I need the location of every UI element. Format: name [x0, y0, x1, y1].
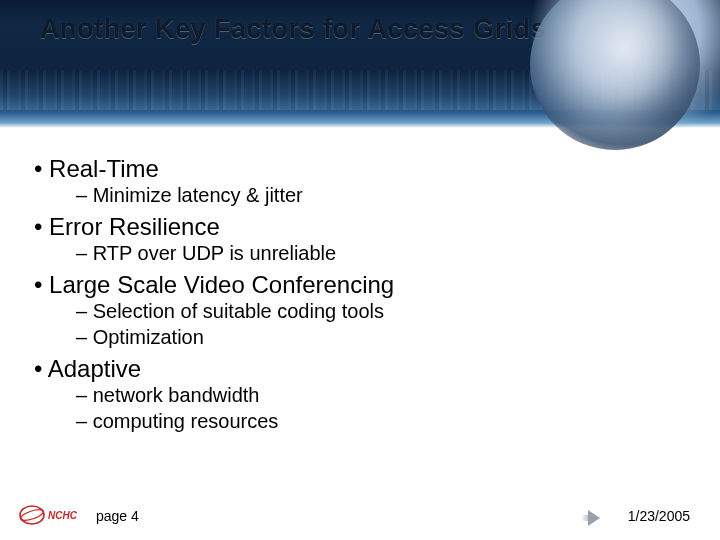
- subbullet-adaptive-1: computing resources: [76, 410, 686, 434]
- subbullet-realtime-0: Minimize latency & jitter: [76, 184, 686, 208]
- bullet-large-scale: Large Scale Video Conferencing: [34, 272, 686, 298]
- bullet-realtime: Real-Time: [34, 156, 686, 182]
- bullet-error-resilience: Error Resilience: [34, 214, 686, 240]
- slide: Another Key Factors for Access Grids Rea…: [0, 0, 720, 540]
- subbullet-adaptive-0: network bandwidth: [76, 384, 686, 408]
- subbullet-large-scale-0: Selection of suitable coding tools: [76, 300, 686, 324]
- header-banner: Another Key Factors for Access Grids: [0, 0, 720, 128]
- footer-date: 1/23/2005: [628, 508, 690, 524]
- arrow-right-icon: [588, 510, 600, 526]
- slide-title: Another Key Factors for Access Grids: [40, 14, 690, 45]
- content-area: Real-Time Minimize latency & jitter Erro…: [34, 150, 686, 484]
- subbullet-error-resilience-0: RTP over UDP is unreliable: [76, 242, 686, 266]
- page-number: page 4: [96, 508, 139, 524]
- subbullet-large-scale-1: Optimization: [76, 326, 686, 350]
- bullet-adaptive: Adaptive: [34, 356, 686, 382]
- logo-nchc: NCHC: [18, 504, 80, 526]
- footer: NCHC page 4 1/23/2005: [0, 500, 720, 530]
- logo-text: NCHC: [48, 510, 78, 521]
